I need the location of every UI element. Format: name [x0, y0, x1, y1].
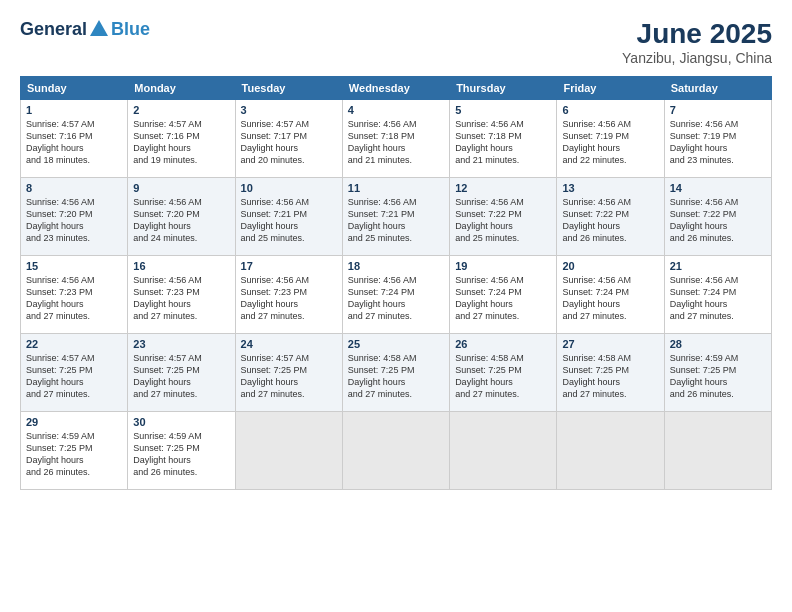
day-number: 18 [348, 260, 444, 272]
day-number: 27 [562, 338, 658, 350]
day-info: Sunrise: 4:58 AM Sunset: 7:25 PM Dayligh… [348, 352, 444, 401]
calendar-cell: 12 Sunrise: 4:56 AM Sunset: 7:22 PM Dayl… [450, 178, 557, 256]
calendar-row-2: 8 Sunrise: 4:56 AM Sunset: 7:20 PM Dayli… [21, 178, 772, 256]
calendar-cell: 5 Sunrise: 4:56 AM Sunset: 7:18 PM Dayli… [450, 100, 557, 178]
calendar-cell: 3 Sunrise: 4:57 AM Sunset: 7:17 PM Dayli… [235, 100, 342, 178]
svg-marker-0 [90, 20, 108, 36]
calendar-cell [557, 412, 664, 490]
day-info: Sunrise: 4:56 AM Sunset: 7:24 PM Dayligh… [348, 274, 444, 323]
logo-blue: Blue [111, 19, 150, 40]
day-number: 24 [241, 338, 337, 350]
day-info: Sunrise: 4:57 AM Sunset: 7:16 PM Dayligh… [133, 118, 229, 167]
calendar-cell: 30 Sunrise: 4:59 AM Sunset: 7:25 PM Dayl… [128, 412, 235, 490]
calendar-subtitle: Yanzibu, Jiangsu, China [622, 50, 772, 66]
day-info: Sunrise: 4:59 AM Sunset: 7:25 PM Dayligh… [26, 430, 122, 479]
day-number: 17 [241, 260, 337, 272]
header: General Blue June 2025 Yanzibu, Jiangsu,… [20, 18, 772, 66]
header-cell-wednesday: Wednesday [342, 77, 449, 100]
day-info: Sunrise: 4:57 AM Sunset: 7:17 PM Dayligh… [241, 118, 337, 167]
calendar-cell: 25 Sunrise: 4:58 AM Sunset: 7:25 PM Dayl… [342, 334, 449, 412]
day-info: Sunrise: 4:59 AM Sunset: 7:25 PM Dayligh… [133, 430, 229, 479]
header-cell-sunday: Sunday [21, 77, 128, 100]
calendar-cell: 29 Sunrise: 4:59 AM Sunset: 7:25 PM Dayl… [21, 412, 128, 490]
page: General Blue June 2025 Yanzibu, Jiangsu,… [0, 0, 792, 612]
day-info: Sunrise: 4:56 AM Sunset: 7:20 PM Dayligh… [133, 196, 229, 245]
day-number: 5 [455, 104, 551, 116]
calendar-cell: 16 Sunrise: 4:56 AM Sunset: 7:23 PM Dayl… [128, 256, 235, 334]
day-info: Sunrise: 4:57 AM Sunset: 7:25 PM Dayligh… [26, 352, 122, 401]
day-number: 13 [562, 182, 658, 194]
day-info: Sunrise: 4:58 AM Sunset: 7:25 PM Dayligh… [455, 352, 551, 401]
logo-icon [88, 18, 110, 40]
header-cell-tuesday: Tuesday [235, 77, 342, 100]
day-info: Sunrise: 4:56 AM Sunset: 7:22 PM Dayligh… [670, 196, 766, 245]
day-number: 12 [455, 182, 551, 194]
calendar-cell: 2 Sunrise: 4:57 AM Sunset: 7:16 PM Dayli… [128, 100, 235, 178]
day-info: Sunrise: 4:58 AM Sunset: 7:25 PM Dayligh… [562, 352, 658, 401]
calendar-cell [342, 412, 449, 490]
calendar-cell: 7 Sunrise: 4:56 AM Sunset: 7:19 PM Dayli… [664, 100, 771, 178]
day-number: 26 [455, 338, 551, 350]
day-number: 25 [348, 338, 444, 350]
header-cell-monday: Monday [128, 77, 235, 100]
day-number: 11 [348, 182, 444, 194]
calendar-cell: 20 Sunrise: 4:56 AM Sunset: 7:24 PM Dayl… [557, 256, 664, 334]
day-info: Sunrise: 4:56 AM Sunset: 7:23 PM Dayligh… [26, 274, 122, 323]
day-info: Sunrise: 4:56 AM Sunset: 7:18 PM Dayligh… [348, 118, 444, 167]
calendar-cell: 17 Sunrise: 4:56 AM Sunset: 7:23 PM Dayl… [235, 256, 342, 334]
header-cell-friday: Friday [557, 77, 664, 100]
calendar-cell: 4 Sunrise: 4:56 AM Sunset: 7:18 PM Dayli… [342, 100, 449, 178]
day-number: 14 [670, 182, 766, 194]
logo: General Blue [20, 18, 150, 40]
header-cell-saturday: Saturday [664, 77, 771, 100]
day-number: 9 [133, 182, 229, 194]
day-number: 29 [26, 416, 122, 428]
day-info: Sunrise: 4:56 AM Sunset: 7:22 PM Dayligh… [455, 196, 551, 245]
calendar-cell [664, 412, 771, 490]
calendar-cell: 13 Sunrise: 4:56 AM Sunset: 7:22 PM Dayl… [557, 178, 664, 256]
day-info: Sunrise: 4:56 AM Sunset: 7:18 PM Dayligh… [455, 118, 551, 167]
day-number: 16 [133, 260, 229, 272]
day-number: 8 [26, 182, 122, 194]
calendar-cell: 8 Sunrise: 4:56 AM Sunset: 7:20 PM Dayli… [21, 178, 128, 256]
day-number: 30 [133, 416, 229, 428]
calendar-cell: 6 Sunrise: 4:56 AM Sunset: 7:19 PM Dayli… [557, 100, 664, 178]
day-number: 6 [562, 104, 658, 116]
calendar-row-1: 1 Sunrise: 4:57 AM Sunset: 7:16 PM Dayli… [21, 100, 772, 178]
day-number: 4 [348, 104, 444, 116]
calendar-cell: 26 Sunrise: 4:58 AM Sunset: 7:25 PM Dayl… [450, 334, 557, 412]
day-info: Sunrise: 4:56 AM Sunset: 7:21 PM Dayligh… [241, 196, 337, 245]
day-info: Sunrise: 4:56 AM Sunset: 7:21 PM Dayligh… [348, 196, 444, 245]
calendar-row-5: 29 Sunrise: 4:59 AM Sunset: 7:25 PM Dayl… [21, 412, 772, 490]
day-number: 22 [26, 338, 122, 350]
day-info: Sunrise: 4:56 AM Sunset: 7:23 PM Dayligh… [241, 274, 337, 323]
calendar-title: June 2025 [622, 18, 772, 50]
day-number: 15 [26, 260, 122, 272]
calendar-header-row: SundayMondayTuesdayWednesdayThursdayFrid… [21, 77, 772, 100]
calendar-cell: 28 Sunrise: 4:59 AM Sunset: 7:25 PM Dayl… [664, 334, 771, 412]
calendar-row-3: 15 Sunrise: 4:56 AM Sunset: 7:23 PM Dayl… [21, 256, 772, 334]
calendar-cell [450, 412, 557, 490]
calendar-cell: 27 Sunrise: 4:58 AM Sunset: 7:25 PM Dayl… [557, 334, 664, 412]
day-number: 10 [241, 182, 337, 194]
day-number: 20 [562, 260, 658, 272]
day-info: Sunrise: 4:56 AM Sunset: 7:24 PM Dayligh… [455, 274, 551, 323]
day-info: Sunrise: 4:56 AM Sunset: 7:19 PM Dayligh… [562, 118, 658, 167]
logo-general: General [20, 19, 87, 40]
day-number: 1 [26, 104, 122, 116]
day-number: 21 [670, 260, 766, 272]
day-number: 19 [455, 260, 551, 272]
calendar-cell: 19 Sunrise: 4:56 AM Sunset: 7:24 PM Dayl… [450, 256, 557, 334]
calendar-cell: 24 Sunrise: 4:57 AM Sunset: 7:25 PM Dayl… [235, 334, 342, 412]
calendar-cell: 22 Sunrise: 4:57 AM Sunset: 7:25 PM Dayl… [21, 334, 128, 412]
logo-text: General Blue [20, 18, 150, 40]
calendar-table: SundayMondayTuesdayWednesdayThursdayFrid… [20, 76, 772, 490]
header-cell-thursday: Thursday [450, 77, 557, 100]
calendar-cell: 11 Sunrise: 4:56 AM Sunset: 7:21 PM Dayl… [342, 178, 449, 256]
calendar-cell [235, 412, 342, 490]
day-info: Sunrise: 4:56 AM Sunset: 7:24 PM Dayligh… [670, 274, 766, 323]
title-block: June 2025 Yanzibu, Jiangsu, China [622, 18, 772, 66]
day-number: 28 [670, 338, 766, 350]
calendar-cell: 18 Sunrise: 4:56 AM Sunset: 7:24 PM Dayl… [342, 256, 449, 334]
calendar-cell: 10 Sunrise: 4:56 AM Sunset: 7:21 PM Dayl… [235, 178, 342, 256]
